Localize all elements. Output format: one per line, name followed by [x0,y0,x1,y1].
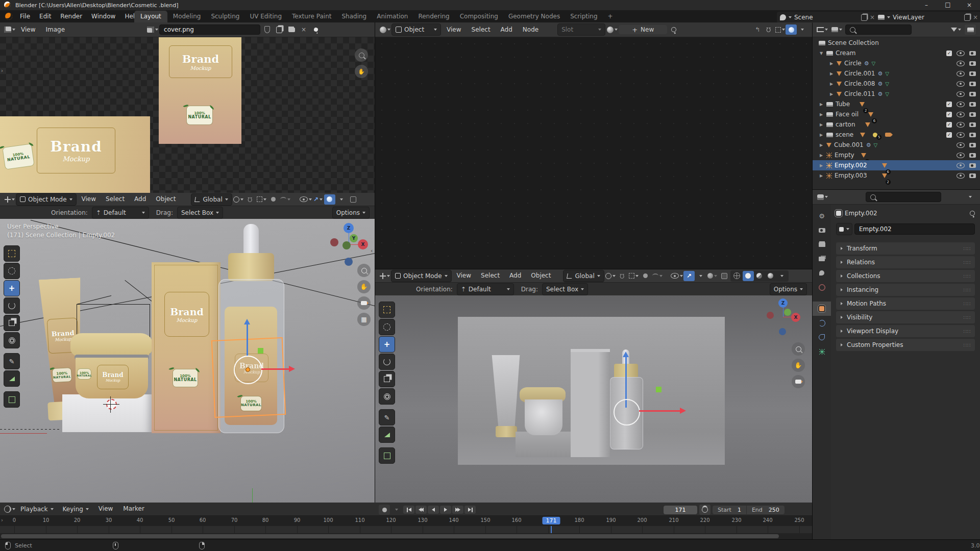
tool-rotate[interactable] [4,297,20,314]
tool-transform[interactable] [379,388,395,405]
clay-jar[interactable] [525,399,562,435]
caret-icon[interactable]: ▶ [819,112,824,117]
section-relations[interactable]: Relations∷∷ [836,256,975,268]
object-type-dropdown[interactable] [836,223,852,235]
tab-compositing[interactable]: Compositing [455,9,503,23]
collection-checkbox[interactable]: ✓ [946,132,952,138]
disable-render-icon[interactable] [969,153,976,158]
axis-neg-z-ball[interactable] [345,258,353,266]
zoom-icon[interactable] [792,342,805,356]
menu-node[interactable]: Node [518,22,543,37]
axis-z-ball[interactable]: Z [344,223,354,233]
caret-icon[interactable]: ▶ [829,61,834,66]
tool-annotate[interactable]: ✎ [379,409,395,425]
disable-render-icon[interactable] [969,112,976,117]
navigation-gizmo[interactable]: Z X [761,295,806,341]
tab-output[interactable] [813,237,831,252]
jar-lid[interactable] [70,333,152,358]
proportional-edit-icon[interactable] [640,271,651,281]
tool-move-active[interactable]: + [379,336,395,353]
tab-shading[interactable]: Shading [337,9,371,23]
pin-icon[interactable] [969,210,975,216]
pin-icon[interactable] [668,24,679,35]
remove-viewlayer-icon[interactable]: × [973,14,978,21]
current-frame-field[interactable]: 171 [664,506,697,514]
pan-hand-icon[interactable]: ✋ [357,280,371,293]
clay-pedestal[interactable] [516,432,571,457]
node-canvas[interactable] [375,37,812,269]
mesh-data-icon[interactable]: ▽ [885,71,889,77]
options-dropdown[interactable]: Options [332,207,370,219]
visibility-dropdown[interactable] [671,271,683,281]
blender-menu-icon[interactable] [5,13,12,20]
hide-eye-icon[interactable] [957,153,965,158]
product-carton-box[interactable]: Brand Mockup 100%NATURAL [152,262,220,433]
gizmo-center-circle[interactable] [614,399,640,425]
snap-target-dropdown[interactable] [256,194,267,205]
hide-eye-icon[interactable] [957,91,965,97]
section-motion-paths[interactable]: Motion Paths∷∷ [836,297,975,310]
outliner-row-carton[interactable]: ▶carton ✓ [813,119,980,130]
pedestal-box[interactable] [62,394,152,432]
mesh-data-icon[interactable]: ▽ [872,61,876,66]
material-sphere-icon[interactable] [606,24,618,35]
axis-y-ball[interactable] [784,309,791,316]
marker-menu[interactable]: Marker [118,503,149,515]
next-keyframe-button[interactable] [452,506,463,514]
axis-z-ball[interactable]: Z [778,298,788,308]
snap-target-dropdown[interactable] [774,24,786,35]
section-viewport-display[interactable]: Viewport Display∷∷ [836,325,975,337]
new-viewlayer-icon[interactable] [964,14,970,21]
tab-modeling[interactable]: Modeling [168,9,206,23]
parent-node-icon[interactable]: ↰ [752,24,763,35]
tab-layout[interactable]: Layout [134,11,167,22]
prev-keyframe-button[interactable] [415,506,427,514]
menu-add[interactable]: Add [130,193,151,206]
scrollbar-thumb[interactable] [1,534,779,538]
outliner-row-cream[interactable]: ▼Cream ✓ [813,48,980,58]
auto-key-dropdown[interactable] [391,505,402,515]
ortho-grid-icon[interactable]: ▦ [357,313,371,326]
pan-hand-icon[interactable]: ✋ [792,359,805,372]
tool-cursor[interactable] [379,319,395,335]
tab-render[interactable] [813,223,831,237]
open-image-folder-icon[interactable] [286,24,297,35]
outliner-row-circle-008[interactable]: ▶Circle.008 ⚙▽ [813,79,980,89]
view-menu[interactable]: View [94,503,117,515]
unlink-image-icon[interactable]: × [298,24,309,35]
mesh-data-icon[interactable]: ▽ [885,91,889,97]
camera-view-icon[interactable] [792,375,805,388]
display-mode-dropdown[interactable] [831,24,842,35]
slot-dropdown[interactable]: Slot [557,23,605,36]
modifier-wrench-icon[interactable]: ⚙ [877,91,883,97]
new-image-icon[interactable] [274,24,285,35]
menu-image[interactable]: Image [41,22,69,37]
menu-add[interactable]: Add [496,22,517,37]
editor-type-timeline-icon[interactable] [4,504,15,514]
editor-type-image-icon[interactable] [4,24,15,35]
shading-dropdown[interactable] [776,271,788,281]
close-button[interactable]: × [959,0,980,10]
gizmo-x-axis-arrow[interactable] [639,410,681,412]
start-frame-field[interactable]: Start1 [713,506,746,514]
mode-dropdown[interactable]: Object Mode [16,193,77,206]
tab-world[interactable] [813,280,831,294]
new-material-button[interactable]: +New [619,25,667,34]
gizmo-plane-handle[interactable] [258,348,263,354]
caret-icon[interactable]: ▶ [829,71,834,76]
camera-view-icon[interactable] [357,296,371,310]
pan-hand-icon[interactable]: ✋ [355,65,368,78]
mode-dropdown[interactable]: Object Mode [391,270,452,282]
tab-object-data[interactable] [813,344,831,359]
collection-checkbox[interactable]: ✓ [946,51,952,56]
tool-select-box[interactable] [379,302,395,318]
menu-window[interactable]: Window [87,10,120,22]
tool-measure[interactable] [379,427,395,443]
tab-texture-paint[interactable]: Texture Paint [287,9,336,23]
editor-type-3d-icon[interactable] [379,271,390,281]
properties-options-dropdown[interactable] [965,192,976,202]
editor-type-shader-icon[interactable] [379,24,390,35]
clay-tube[interactable] [487,355,524,429]
caret-icon[interactable]: ▶ [819,102,824,107]
modifier-wrench-icon[interactable]: ⚙ [877,70,883,77]
